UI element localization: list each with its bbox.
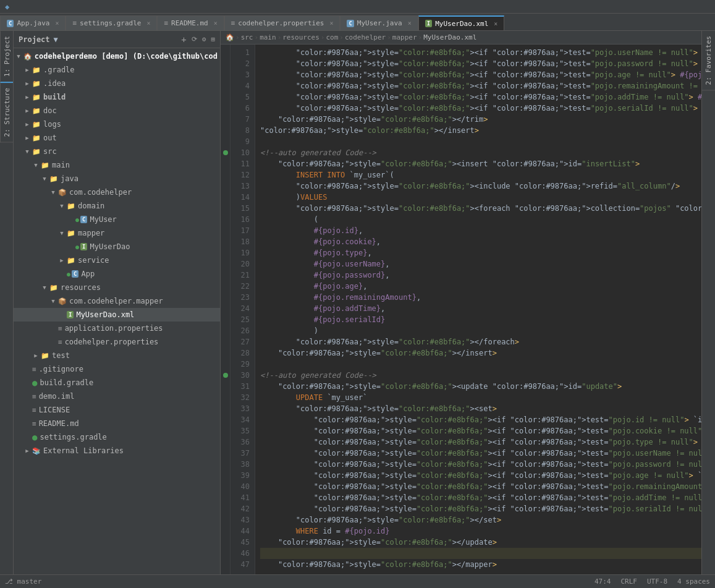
tree-item-ext-libraries[interactable]: ▶📚External Libraries (14, 444, 220, 458)
tree-item-myuserdao-xml[interactable]: IMyUserDao.xml (14, 308, 220, 322)
tree-item-root[interactable]: ▼🏠codehelperdemo [demo] (D:\code\github\… (14, 49, 220, 63)
gutter-item (221, 270, 230, 281)
tree-item-demo-iml[interactable]: ≡demo.iml (14, 390, 220, 403)
tree-item-application-props[interactable]: ≡application.properties (14, 322, 220, 335)
tree-item-resources[interactable]: ▼📁resources (14, 281, 220, 294)
tree-item-src[interactable]: ▼📁src (14, 145, 220, 158)
tree-icon: 📁 (32, 80, 41, 88)
tab-label: codehelper.properties (238, 19, 324, 27)
tree-item-gradle[interactable]: ▶📁.gradle (14, 63, 220, 77)
gutter-item (221, 403, 230, 414)
code-line (260, 548, 701, 559)
tab-codehelper-props[interactable]: ≡codehelper.properties× (224, 15, 341, 30)
tree-item-domain[interactable]: ▼📁domain (14, 199, 220, 213)
tree-icon: ● (32, 378, 37, 388)
tree-item-app[interactable]: ●CApp (14, 267, 220, 281)
code-line: "color:#9876aa;">style="color:#e8bf6a;">… (260, 470, 701, 481)
tree-item-service[interactable]: ▶📁service (14, 254, 220, 267)
tree-arrow: ▼ (14, 53, 23, 59)
gutter-item (221, 69, 230, 80)
tab-close-button[interactable]: × (408, 20, 412, 27)
tab-myuser-java[interactable]: CMyUser.java× (340, 15, 418, 30)
tree-label: codehelper.properties (65, 338, 159, 346)
line-number: 32 (233, 392, 250, 403)
tab-icon: C (347, 20, 353, 27)
tree-item-doc[interactable]: ▶📁doc (14, 104, 220, 117)
tree-item-myuser[interactable]: ●CMyUser (14, 213, 220, 226)
gutter-item (221, 336, 230, 347)
tree-item-build[interactable]: ▶📁build (14, 90, 220, 104)
sidebar-dropdown-arrow[interactable]: ▼ (54, 35, 58, 44)
line-number: 28 (233, 347, 250, 359)
code-line: ) (260, 325, 701, 336)
breadcrumb-src[interactable]: src (241, 33, 253, 41)
tab-close-button[interactable]: × (214, 20, 218, 27)
add-button[interactable]: + (181, 35, 186, 45)
tree-label: mapper (78, 229, 104, 237)
sidebar-tab-project[interactable]: 1: Project (0, 31, 13, 83)
tree-item-idea[interactable]: ▶📁.idea (14, 77, 220, 90)
tab-readme[interactable]: ≡README.md× (157, 15, 224, 30)
tree-item-com-codehelper-mapper[interactable]: ▼📦com.codehelper.mapper (14, 294, 220, 308)
tab-close-button[interactable]: × (329, 20, 333, 27)
gutter-item (221, 58, 230, 69)
breadcrumb-file: MyUserDao.xml (423, 33, 476, 41)
tree-item-java[interactable]: ▼📁java (14, 172, 220, 185)
breadcrumb-com[interactable]: com (326, 33, 338, 41)
tab-icon: ≡ (72, 19, 77, 27)
tree-arrow: ▶ (22, 67, 32, 73)
editor-content[interactable]: 1234567891011121314151617181920212223242… (221, 45, 701, 574)
tree-item-gitignore[interactable]: ≡.gitignore (14, 362, 220, 376)
tree-label: .gradle (43, 66, 75, 74)
breadcrumb-mapper[interactable]: mapper (392, 33, 417, 41)
tree-item-codehelper-props-file[interactable]: ≡codehelper.properties (14, 335, 220, 349)
gutter-item (221, 437, 230, 448)
tree-icon: 📁 (67, 257, 75, 265)
tree-label: App (81, 270, 95, 278)
tabbar: CApp.java×≡settings.gradle×≡README.md×≡c… (0, 14, 715, 31)
breadcrumb-codehelper[interactable]: codehelper (345, 33, 386, 41)
tab-close-button[interactable]: × (494, 20, 497, 27)
tree-item-out[interactable]: ▶📁out (14, 131, 220, 145)
line-number: 12 (233, 169, 250, 181)
tree-label: resources (61, 283, 101, 292)
tree-item-readme-md[interactable]: ≡README.md (14, 417, 220, 430)
tree-label: service (78, 256, 109, 265)
gutter-item (221, 158, 230, 169)
line-number: 3 (233, 69, 250, 80)
tree-item-myuserdao[interactable]: ●IMyUserDao (14, 240, 220, 254)
sync-button[interactable]: ⟳ (192, 35, 197, 43)
tab-close-button[interactable]: × (146, 20, 150, 27)
tree-item-com-codehelper[interactable]: ▼📦com.codehelper (14, 185, 220, 199)
statusbar: ⎇ master 47:4 CRLF UTF-8 4 spaces (0, 574, 715, 588)
tree-item-mapper[interactable]: ▼📁mapper (14, 226, 220, 240)
code-area[interactable]: "color:#9876aa;">style="color:#e8bf6a;">… (255, 45, 701, 574)
code-line: "color:#9876aa;">style="color:#e8bf6a;">… (260, 58, 701, 69)
tab-myuserdao-xml[interactable]: IMyUserDao.xml× (418, 15, 505, 30)
layout-icon[interactable]: ⊞ (211, 35, 215, 43)
tree-item-logs[interactable]: ▶📁logs (14, 117, 220, 131)
tree-item-build-gradle[interactable]: ●build.gradle (14, 376, 220, 390)
tree-item-settings-gradle-file[interactable]: ●settings.gradle (14, 430, 220, 444)
breadcrumb-resources[interactable]: resources (282, 33, 319, 41)
tab-close-button[interactable]: × (55, 20, 59, 27)
code-line: "color:#9876aa;">style="color:#e8bf6a;">… (260, 537, 701, 548)
status-line-col: 47:4 (594, 577, 611, 586)
tab-settings-gradle[interactable]: ≡settings.gradle× (66, 15, 157, 30)
breadcrumb-home-icon: 🏠 (226, 33, 234, 41)
line-number: 45 (233, 537, 250, 548)
code-line: UPDATE `my_user` (260, 392, 701, 403)
gutter-item (221, 80, 230, 92)
tab-app-java[interactable]: CApp.java× (0, 15, 66, 30)
sidebar-tab-favorites[interactable]: 2: Favorites (702, 31, 715, 90)
tree-item-main[interactable]: ▼📁main (14, 158, 220, 172)
line-number: 37 (233, 448, 250, 459)
sidebar-tab-structure[interactable]: 2: Structure (0, 83, 13, 142)
settings-gear-icon[interactable]: ⚙ (202, 35, 206, 43)
code-line: <!--auto generated Code--> (260, 147, 701, 158)
breadcrumb: 🏠 › src › main › resources › com › codeh… (221, 31, 701, 45)
breadcrumb-main[interactable]: main (260, 33, 276, 41)
gutter-item (221, 392, 230, 403)
tree-item-test[interactable]: ▶📁test (14, 349, 220, 362)
tree-item-license[interactable]: ≡LICENSE (14, 403, 220, 417)
